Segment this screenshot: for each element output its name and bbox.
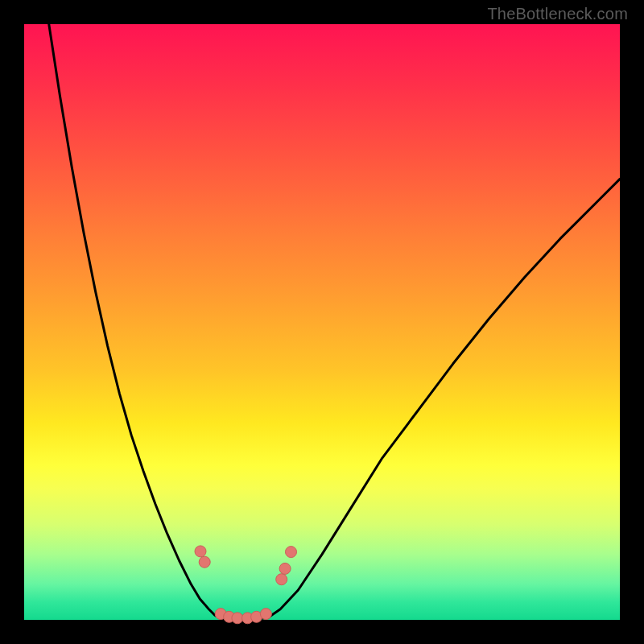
plot-area xyxy=(24,24,620,620)
curve-marker xyxy=(260,609,271,620)
curve-marker xyxy=(195,546,206,557)
curve-marker xyxy=(286,547,297,558)
curve-path xyxy=(48,19,620,620)
bottleneck-curve xyxy=(24,24,620,620)
outer-frame: TheBottleneck.com xyxy=(0,0,644,644)
watermark-text: TheBottleneck.com xyxy=(487,5,628,23)
curve-marker xyxy=(199,556,210,568)
curve-marker xyxy=(279,563,291,574)
curve-marker xyxy=(232,613,243,624)
curve-marker xyxy=(276,574,287,585)
